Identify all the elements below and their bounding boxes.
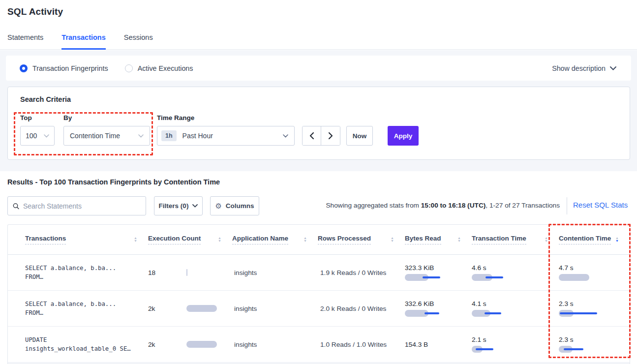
sql-line-2: FROM… [25,309,148,316]
aggregated-stats-text: Showing aggregated stats from 15:00 to 1… [326,202,560,209]
sql-line-2: FROM… [25,273,148,280]
gear-icon: ⚙ [215,202,221,211]
sort-icon-descending-active[interactable]: ▲▼ [615,237,619,243]
search-criteria-card: Search Criteria Top By Time Range 100 Co… [7,87,630,160]
transaction-fingerprint-link[interactable]: UPDATE insights_workload_table_0 SE… [25,336,148,352]
filters-button-label: Filters (0) [159,202,189,210]
sql-line-1: SELECT a.balance, b.ba... [25,301,148,307]
filters-button[interactable]: Filters (0) [154,196,203,215]
toolbar-divider [567,197,567,214]
transaction-time-cell: 4.6 s [472,264,559,281]
table-row[interactable]: SELECT a.balance, b.ba... FROM… 2k insig… [8,291,630,327]
time-range-select[interactable]: 1h Past Hour [157,126,295,146]
bytes-read-cell: 154.3 B [405,341,472,348]
execution-count-cell: 18 [148,269,232,276]
column-header-transactions[interactable]: Transactions ▲▼ [25,235,148,244]
time-range-navigation [302,126,340,146]
column-label[interactable]: Bytes Read [405,235,441,244]
execution-count-bar [186,341,217,348]
next-time-range-button[interactable] [321,126,340,145]
rows-processed-cell: 2.0 k Reads / 0 Writes [318,305,405,312]
radio-transaction-fingerprints[interactable]: Transaction Fingerprints [20,64,108,72]
sort-icon[interactable]: ▲▼ [391,237,394,243]
contention-time-cell: 2.3 s [559,300,630,317]
chevron-down-icon [138,134,144,138]
table-header-row: Transactions ▲▼ Execution Count ▲▼ Appli… [8,225,630,255]
column-label[interactable]: Rows Processed [318,235,371,244]
column-header-contention-time[interactable]: Contention Time ▲▼ [559,235,630,244]
contention-time-cell: 4.7 s [559,264,630,281]
search-statements-box[interactable] [7,196,146,215]
now-button[interactable]: Now [346,126,373,146]
chevron-down-icon [44,134,49,138]
bytes-read-value: 332.6 KiB [405,300,472,307]
tab-sessions[interactable]: Sessions [124,33,153,50]
contention-time-value: 4.7 s [559,264,630,272]
top-select[interactable]: 100 [20,126,55,146]
chevron-left-icon [309,132,314,139]
column-header-execution-count[interactable]: Execution Count ▲▼ [148,235,232,244]
transaction-fingerprint-link[interactable]: SELECT a.balance, b.ba... FROM… [25,265,148,280]
application-name-cell: insights [232,341,318,348]
chevron-down-icon [610,66,616,70]
columns-button[interactable]: ⚙ Columns [210,196,259,215]
column-label[interactable]: Transactions [25,235,66,244]
table-row[interactable]: SELECT a.balance, b.ba... FROM… 18 insig… [8,255,630,291]
contention-time-cell: 2.3 s [559,336,630,353]
view-toggle-bar: Transaction Fingerprints Active Executio… [6,56,631,81]
search-criteria-heading: Search Criteria [20,95,71,103]
tab-transactions[interactable]: Transactions [61,33,105,50]
transaction-fingerprint-link[interactable]: SELECT a.balance, b.ba... FROM… [25,301,148,316]
column-label[interactable]: Execution Count [148,235,201,244]
column-label[interactable]: Transaction Time [472,235,526,244]
execution-count-value: 2k [148,305,155,312]
bytes-read-value: 154.3 B [405,341,472,348]
sql-line-2: insights_workload_table_0 SE… [25,345,148,352]
column-header-bytes-read[interactable]: Bytes Read ▲▼ [405,235,472,244]
page-title: SQL Activity [7,6,63,17]
radio-selected-icon[interactable] [20,64,28,72]
tab-statements[interactable]: Statements [7,33,43,50]
execution-count-cell: 2k [148,305,232,312]
column-label[interactable]: Contention Time [559,235,611,244]
sort-icon[interactable]: ▲▼ [134,237,137,243]
transactions-table: Transactions ▲▼ Execution Count ▲▼ Appli… [7,224,630,364]
reset-sql-stats-link[interactable]: Reset SQL Stats [573,201,628,209]
search-statements-input[interactable] [23,202,141,210]
sql-line-1: SELECT a.balance, b.ba... [25,265,148,272]
sort-icon[interactable]: ▲▼ [457,237,461,243]
chevron-down-icon [283,134,288,138]
top-field-label: Top [20,114,32,121]
search-icon [13,203,19,210]
rows-processed-cell: 1.9 k Reads / 0 Writes [318,269,405,276]
tab-bar: Statements Transactions Sessions [7,33,153,50]
radio-active-executions[interactable]: Active Executions [125,64,193,72]
column-header-application-name[interactable]: Application Name ▲▼ [232,235,318,244]
sort-icon[interactable]: ▲▼ [303,237,307,243]
sort-icon[interactable]: ▲▼ [218,237,221,243]
column-label[interactable]: Application Name [232,235,288,244]
time-range-value: Past Hour [182,132,213,140]
transaction-time-value: 4.1 s [472,300,559,307]
stats-suffix: , 1-27 of 27 Transactions [485,202,560,209]
column-header-rows-processed[interactable]: Rows Processed ▲▼ [318,235,405,244]
apply-button[interactable]: Apply [388,126,419,146]
time-range-badge: 1h [161,130,177,141]
contention-time-value: 2.3 s [559,336,630,343]
application-name-cell: insights [232,305,318,312]
column-header-transaction-time[interactable]: Transaction Time ▲▼ [472,235,559,244]
sort-icon[interactable]: ▲▼ [545,237,548,243]
chevron-down-icon [192,204,198,208]
by-select[interactable]: Contention Time [63,126,150,146]
previous-time-range-button[interactable] [303,126,321,145]
radio-unselected-icon[interactable] [125,64,133,72]
transaction-time-value: 4.6 s [472,264,559,272]
bytes-read-cell: 332.6 KiB [405,300,472,317]
execution-count-bar [186,305,217,312]
bytes-read-value: 323.3 KiB [405,264,472,272]
table-row[interactable]: UPDATE insights_workload_table_0 SE… 2k … [8,327,630,363]
show-description-toggle[interactable]: Show description [552,64,616,72]
transaction-time-value: 2.1 s [472,336,559,343]
top-select-value: 100 [26,132,37,140]
radio-label: Transaction Fingerprints [32,64,108,72]
